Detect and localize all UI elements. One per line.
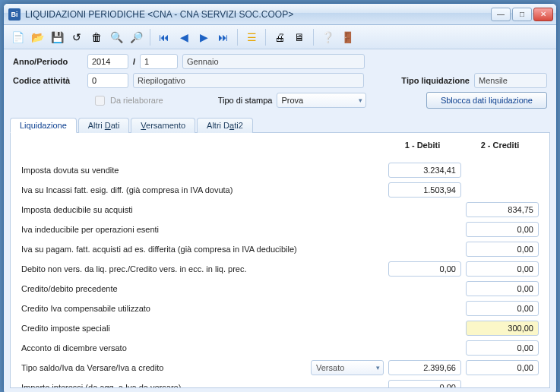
tab-liquidazione[interactable]: Liquidazione <box>10 118 77 133</box>
row-label: Credito/debito precedente <box>21 284 306 293</box>
list-icon[interactable]: ☰ <box>242 28 261 46</box>
row-label: Credito imposte speciali <box>21 324 306 333</box>
tiposaldo-select[interactable]: Versato <box>311 360 384 375</box>
grid-row: Acconto di dicembre versato0,00 <box>21 338 539 358</box>
screen-icon[interactable]: 🖥 <box>290 28 308 46</box>
row-label: Imposta deducibile su acquisti <box>21 205 306 214</box>
grid-row: Credito Iva compensabile utilizzato0,00 <box>21 299 539 318</box>
crediti-cell[interactable]: 0,00 <box>466 261 539 277</box>
liquidazione-panel: 1 - Debiti 2 - Crediti Imposta dovuta su… <box>10 133 550 388</box>
grid-row: Iva su Incassi fatt. esig. diff. (già co… <box>21 180 539 200</box>
codatt-desc: Riepilogativo <box>133 73 364 88</box>
grid-row: Debito non vers. da liq. prec./Credito v… <box>21 259 539 279</box>
crediti-cell[interactable]: 0,00 <box>466 281 539 296</box>
row-label: Credito Iva compensabile utilizzato <box>21 304 306 313</box>
find-icon[interactable]: 🔍 <box>107 28 125 46</box>
app-icon: Bi <box>8 8 21 21</box>
toolbar: 📄 📂 💾 ↺ 🗑 🔍 🔎 ⏮ ◀ ▶ ⏭ ☰ 🖨 🖥 ❔ 🚪 <box>4 25 556 49</box>
grid-row: Imposta dovuta su vendite3.234,41 <box>21 160 539 180</box>
debiti-cell[interactable]: 0,00 <box>388 261 461 277</box>
tab-altri-dati[interactable]: Altri Dati <box>78 118 130 133</box>
crediti-cell[interactable]: 0,00 <box>466 340 539 356</box>
delete-icon[interactable]: 🗑 <box>87 28 106 46</box>
first-icon[interactable]: ⏮ <box>155 28 173 46</box>
grid-header: 1 - Debiti 2 - Crediti <box>21 141 539 156</box>
last-icon[interactable]: ⏭ <box>214 28 233 46</box>
open-icon[interactable]: 📂 <box>28 28 46 46</box>
crediti-cell[interactable]: 300,00 <box>466 321 539 336</box>
row-label: Tipo saldo/Iva da Versare/Iva a credito <box>21 363 306 372</box>
crediti-cell[interactable]: 0,00 <box>466 222 539 237</box>
sblocca-button[interactable]: Sblocca dati liquidazione <box>426 92 547 109</box>
column-crediti: 2 - Crediti <box>461 141 539 156</box>
anno-label: Anno/Periodo <box>13 57 83 66</box>
toolbar-separator <box>265 29 266 46</box>
minimize-button[interactable]: — <box>491 8 511 21</box>
debiti-cell[interactable]: 0,00 <box>388 380 461 388</box>
header-form: Anno/Periodo 2014 / 1 Gennaio Codice att… <box>4 49 556 114</box>
debiti-cell[interactable]: 3.234,41 <box>388 163 461 178</box>
row-label: Iva indeducibile per operazioni esenti <box>21 225 306 234</box>
maximize-button[interactable]: □ <box>512 8 532 21</box>
find2-icon[interactable]: 🔎 <box>127 28 145 46</box>
tipostampa-label: Tipo di stampa <box>218 96 273 105</box>
row-label: Importo interessi (da agg. a Iva da vers… <box>21 383 306 388</box>
grid-row: Iva indeducibile per operazioni esenti0,… <box>21 220 539 239</box>
row-label: Acconto di dicembre versato <box>21 343 306 352</box>
debiti-cell[interactable]: 2.399,66 <box>388 360 461 375</box>
toolbar-separator <box>237 29 238 46</box>
grid-row: Tipo saldo/Iva da Versare/Iva a creditoV… <box>21 358 539 378</box>
tab-versamento[interactable]: Versamento <box>131 118 195 133</box>
grid-row: Iva su pagam. fatt. acquisti ad es. diff… <box>21 239 539 259</box>
mese-display: Gennaio <box>182 54 365 69</box>
row-label: Imposta dovuta su vendite <box>21 166 306 175</box>
titlebar: Bi LIQUIDAZIONI PERIODICHE <CNA - CNA SE… <box>4 4 556 25</box>
periodo-input[interactable]: 1 <box>140 54 178 69</box>
grid-row: Credito/debito precedente0,00 <box>21 279 539 299</box>
debiti-cell[interactable]: 1.503,94 <box>388 182 461 198</box>
crediti-cell[interactable]: 834,75 <box>466 202 539 217</box>
grid-row: Importo interessi (da agg. a Iva da vers… <box>21 378 539 388</box>
tipoliq-display: Mensile <box>474 73 547 88</box>
tipostampa-select[interactable]: Prova <box>277 93 366 108</box>
grid-body: Imposta dovuta su vendite3.234,41Iva su … <box>21 160 539 388</box>
save-icon[interactable]: 💾 <box>48 28 66 46</box>
row-label: Iva su Incassi fatt. esig. diff. (già co… <box>21 185 306 194</box>
prev-icon[interactable]: ◀ <box>175 28 193 46</box>
darielaborare-checkbox[interactable]: Da rielaborare <box>92 93 163 108</box>
codatt-label: Codice attività <box>13 76 83 85</box>
toolbar-separator <box>313 29 314 46</box>
window-frame: Bi LIQUIDAZIONI PERIODICHE <CNA - CNA SE… <box>3 3 557 392</box>
grid-row: Imposta deducibile su acquisti834,75 <box>21 200 539 220</box>
close-button[interactable]: ✕ <box>533 8 553 21</box>
window-controls: — □ ✕ <box>491 8 553 21</box>
crediti-cell[interactable]: 0,00 <box>466 360 539 375</box>
column-debiti: 1 - Debiti <box>384 141 461 156</box>
anno-input[interactable]: 2014 <box>87 54 128 69</box>
new-icon[interactable]: 📄 <box>8 28 27 46</box>
toolbar-separator <box>150 29 150 46</box>
row-label: Debito non vers. da liq. prec./Credito v… <box>21 264 306 273</box>
tipoliq-label: Tipo liquidazione <box>401 76 470 85</box>
row-label: Iva su pagam. fatt. acquisti ad es. diff… <box>21 245 306 254</box>
crediti-cell[interactable]: 0,00 <box>466 301 539 316</box>
print-icon[interactable]: 🖨 <box>271 28 289 46</box>
tab-strip: Liquidazione Altri Dati Versamento Altri… <box>10 117 550 133</box>
crediti-cell[interactable]: 0,00 <box>466 242 539 257</box>
help-icon[interactable]: ❔ <box>318 28 337 46</box>
codatt-input[interactable]: 0 <box>87 73 128 88</box>
undo-icon[interactable]: ↺ <box>68 28 86 46</box>
exit-icon[interactable]: 🚪 <box>338 28 356 46</box>
window-title: LIQUIDAZIONI PERIODICHE <CNA - CNA SERVI… <box>25 9 491 20</box>
tab-altri-dati2[interactable]: Altri Dati2 <box>197 118 253 133</box>
next-icon[interactable]: ▶ <box>195 28 213 46</box>
grid-row: Credito imposte speciali300,00 <box>21 318 539 338</box>
